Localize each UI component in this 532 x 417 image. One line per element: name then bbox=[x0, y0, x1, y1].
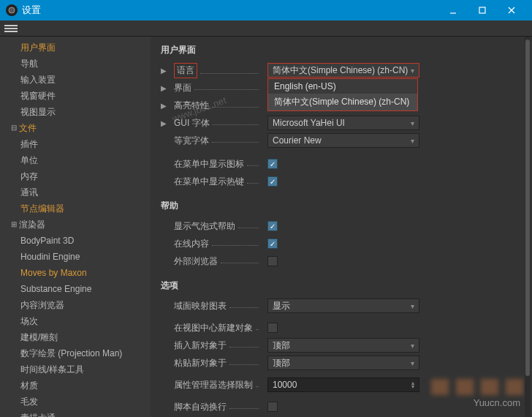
section-options: 选项 bbox=[161, 279, 522, 292]
sidebar-item[interactable]: 单位 bbox=[3, 152, 151, 168]
scrollbar-thumb[interactable] bbox=[525, 40, 530, 376]
sidebar-item-label: 用户界面 bbox=[20, 41, 56, 54]
attr-limit-input[interactable]: 10000▴▾ bbox=[267, 377, 419, 392]
sidebar-item[interactable]: 时间线/样条工具 bbox=[3, 361, 151, 377]
sidebar-item-label: 时间线/样条工具 bbox=[20, 363, 84, 376]
section-user-interface: 用户界面 bbox=[161, 44, 522, 56]
expand-icon[interactable]: ▶ bbox=[161, 84, 168, 92]
sidebar-item-label: 材质 bbox=[20, 379, 38, 392]
create-center-checkbox[interactable] bbox=[267, 323, 278, 333]
chevron-down-icon: ▾ bbox=[411, 359, 414, 367]
label-bubble-help: 显示气泡式帮助 bbox=[174, 220, 235, 233]
sidebar-item[interactable]: 导航 bbox=[3, 56, 151, 72]
insert-at-select[interactable]: 顶部▾ bbox=[267, 338, 419, 353]
sidebar-item[interactable]: Moves by Maxon bbox=[3, 265, 151, 281]
label-create-center: 在视图中心新建对象 bbox=[174, 322, 253, 334]
close-button[interactable] bbox=[497, 0, 526, 20]
sidebar-item[interactable]: 插件 bbox=[3, 136, 151, 152]
sidebar-item-label: 插件 bbox=[20, 138, 38, 151]
sidebar-item[interactable]: 素描卡通 bbox=[3, 410, 151, 417]
minimize-button[interactable] bbox=[438, 0, 468, 20]
sidebar-item-label: Houdini Engine bbox=[20, 250, 80, 263]
sidebar-item[interactable]: Substance Engine bbox=[3, 281, 151, 297]
gui-font-select[interactable]: Microsoft YaHei UI▾ bbox=[267, 116, 419, 130]
sidebar-item-label: 单位 bbox=[20, 154, 38, 167]
label-script-wrap: 脚本自动换行 bbox=[174, 401, 227, 413]
label-gui-font: GUI 字体 bbox=[174, 117, 210, 129]
sidebar-item-label: 通讯 bbox=[20, 186, 38, 199]
sidebar-item[interactable]: 通讯 bbox=[3, 184, 151, 200]
sidebar-item[interactable]: 建模/雕刻 bbox=[3, 329, 151, 345]
chevron-down-icon: ▾ bbox=[411, 119, 414, 127]
sidebar-item-label: 毛发 bbox=[20, 395, 38, 408]
external-browser-checkbox[interactable] bbox=[267, 256, 278, 266]
sidebar-item[interactable]: ⊟文件 bbox=[3, 120, 151, 136]
sidebar-item[interactable]: 内存 bbox=[3, 168, 151, 184]
sidebar-item[interactable]: 场次 bbox=[3, 313, 151, 329]
tree-expander-icon[interactable]: ⊞ bbox=[10, 221, 18, 228]
script-wrap-checkbox[interactable] bbox=[267, 402, 278, 412]
chevron-down-icon: ▾ bbox=[411, 302, 414, 310]
paste-at-select[interactable]: 顶部▾ bbox=[267, 356, 419, 370]
bubble-help-checkbox[interactable]: ✓ bbox=[267, 221, 278, 231]
app-icon bbox=[6, 4, 18, 16]
sidebar-item[interactable]: 数字绘景 (Projection Man) bbox=[3, 345, 151, 361]
sidebar-item-label: 数字绘景 (Projection Man) bbox=[20, 347, 122, 360]
sidebar-item-label: 场次 bbox=[20, 315, 38, 328]
expand-icon[interactable]: ▶ bbox=[161, 67, 168, 75]
label-language: 语言 bbox=[174, 63, 197, 78]
sidebar-item[interactable]: ⊞渲染器 bbox=[3, 217, 151, 233]
menu-icon[interactable] bbox=[4, 23, 18, 34]
window-title: 设置 bbox=[22, 4, 438, 17]
label-menu-icons: 在菜单中显示图标 bbox=[174, 158, 244, 170]
sidebar-item[interactable]: BodyPaint 3D bbox=[3, 233, 151, 249]
sidebar-item[interactable]: 毛发 bbox=[3, 394, 151, 410]
sidebar-item-label: Substance Engine bbox=[20, 282, 91, 296]
label-highlight: 高亮特性 bbox=[174, 99, 209, 112]
tree-expander-icon[interactable]: ⊟ bbox=[10, 124, 18, 132]
scrollbar-vertical[interactable] bbox=[525, 37, 531, 417]
label-online-content: 在线内容 bbox=[174, 238, 209, 250]
sidebar-item-label: 内容浏览器 bbox=[20, 298, 64, 312]
label-paste-at: 粘贴新对象于 bbox=[174, 357, 227, 369]
online-content-checkbox[interactable]: ✓ bbox=[267, 238, 278, 249]
language-select[interactable]: 简体中文(Simple Chinese) (zh-CN) ▾ bbox=[267, 63, 419, 78]
label-menu-hotkeys: 在菜单中显示热键 bbox=[174, 176, 244, 188]
language-dropdown: English (en-US) 简体中文(Simple Chinese) (zh… bbox=[267, 78, 418, 111]
sidebar-item[interactable]: 内容浏览器 bbox=[3, 297, 151, 313]
sidebar-item-label: 导航 bbox=[20, 57, 38, 70]
sidebar-item-label: 渲染器 bbox=[19, 218, 45, 231]
sidebar-item[interactable]: Houdini Engine bbox=[3, 249, 151, 265]
sidebar-item-label: 视窗硬件 bbox=[20, 89, 56, 102]
sidebar-item-label: 内存 bbox=[20, 170, 38, 183]
label-domain-map: 域面映射图表 bbox=[174, 300, 227, 312]
mono-font-select[interactable]: Courier New▾ bbox=[267, 133, 419, 148]
sidebar-item-label: 视图显示 bbox=[20, 105, 56, 119]
spinner-icon[interactable]: ▴▾ bbox=[411, 381, 414, 388]
maximize-button[interactable] bbox=[468, 0, 497, 20]
sidebar-item[interactable]: 输入装置 bbox=[3, 72, 151, 88]
svg-rect-2 bbox=[479, 7, 485, 13]
language-option-en[interactable]: English (en-US) bbox=[268, 79, 417, 94]
menu-hotkeys-checkbox[interactable]: ✓ bbox=[267, 176, 278, 187]
domain-map-select[interactable]: 显示▾ bbox=[267, 298, 419, 313]
sidebar-item[interactable]: 材质 bbox=[3, 377, 151, 394]
label-external-browser: 外部浏览器 bbox=[174, 255, 218, 268]
chevron-down-icon: ▾ bbox=[411, 137, 414, 145]
sidebar-item[interactable]: 节点编辑器 bbox=[3, 200, 151, 217]
label-interface: 界面 bbox=[174, 82, 191, 94]
label-mono-font: 等宽字体 bbox=[174, 135, 209, 147]
sidebar: 用户界面导航输入装置视窗硬件视图显示⊟文件插件单位内存通讯节点编辑器⊞渲染器Bo… bbox=[0, 37, 151, 417]
label-attr-limit: 属性管理器选择限制 bbox=[174, 379, 253, 391]
section-help: 帮助 bbox=[161, 200, 522, 212]
svg-point-0 bbox=[9, 7, 15, 13]
language-option-zh[interactable]: 简体中文(Simple Chinese) (zh-CN) bbox=[268, 94, 417, 110]
menu-icons-checkbox[interactable]: ✓ bbox=[267, 159, 278, 169]
sidebar-item-label: BodyPaint 3D bbox=[20, 234, 74, 247]
sidebar-item[interactable]: 视窗硬件 bbox=[3, 88, 151, 104]
sidebar-item[interactable]: 用户界面 bbox=[3, 40, 151, 56]
expand-icon[interactable]: ▶ bbox=[161, 102, 168, 110]
sidebar-item[interactable]: 视图显示 bbox=[3, 104, 151, 120]
sidebar-item-label: Moves by Maxon bbox=[20, 266, 87, 279]
expand-icon[interactable]: ▶ bbox=[161, 119, 168, 127]
